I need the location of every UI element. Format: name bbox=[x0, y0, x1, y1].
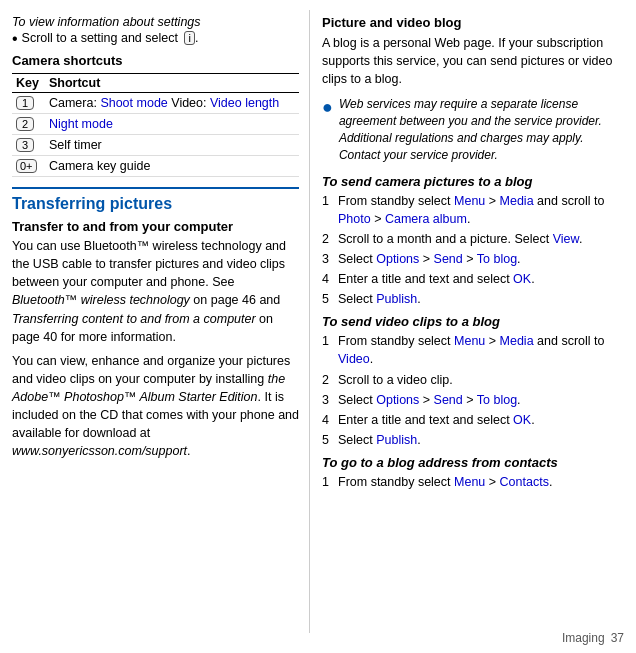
intro-italic: To view information about settings bbox=[12, 15, 299, 29]
blog-address-heading: To go to a blog address from contacts bbox=[322, 455, 624, 470]
table-row: 0+Camera key guide bbox=[12, 156, 299, 177]
transferring-heading: Transferring pictures bbox=[12, 187, 299, 213]
blog-address-steps: 1From standby select Menu > Contacts. bbox=[322, 473, 624, 491]
footer-page: 37 bbox=[611, 631, 624, 645]
send-video-steps: 1From standby select Menu > Media and sc… bbox=[322, 332, 624, 449]
footer-section: Imaging bbox=[562, 631, 605, 645]
key-cell: 3 bbox=[12, 135, 45, 156]
bullet-text: Scroll to a setting and select i. bbox=[22, 31, 199, 45]
send-video-heading: To send video clips to a blog bbox=[322, 314, 624, 329]
list-item: 1From standby select Menu > Media and sc… bbox=[322, 332, 624, 368]
table-row: 3Self timer bbox=[12, 135, 299, 156]
list-item: 5Select Publish. bbox=[322, 431, 624, 449]
note-box: ● Web services may require a separate li… bbox=[322, 96, 624, 163]
send-camera-heading: To send camera pictures to a blog bbox=[322, 174, 624, 189]
table-row: 1Camera: Shoot mode Video: Video length bbox=[12, 93, 299, 114]
shortcut-cell: Self timer bbox=[45, 135, 299, 156]
pvblog-heading: Picture and video blog bbox=[322, 15, 624, 30]
shortcut-cell: Camera key guide bbox=[45, 156, 299, 177]
key-cell: 0+ bbox=[12, 156, 45, 177]
list-item: 2Scroll to a month and a picture. Select… bbox=[322, 230, 624, 248]
list-item: 3Select Options > Send > To blog. bbox=[322, 391, 624, 409]
list-item: 4Enter a title and text and select OK. bbox=[322, 411, 624, 429]
page-footer: Imaging 37 bbox=[562, 631, 624, 645]
shortcut-cell: Night mode bbox=[45, 114, 299, 135]
table-row: 2Night mode bbox=[12, 114, 299, 135]
list-item: 4Enter a title and text and select OK. bbox=[322, 270, 624, 288]
key-cell: 2 bbox=[12, 114, 45, 135]
left-column: To view information about settings • Scr… bbox=[0, 10, 310, 633]
key-cell: 1 bbox=[12, 93, 45, 114]
bullet-item: • Scroll to a setting and select i. bbox=[12, 31, 299, 47]
list-item: 2Scroll to a video clip. bbox=[322, 371, 624, 389]
bullet-icon: • bbox=[12, 31, 18, 47]
note-text: Web services may require a separate lice… bbox=[339, 96, 624, 163]
note-icon: ● bbox=[322, 97, 333, 118]
transfer-sub-heading: Transfer to and from your computer bbox=[12, 219, 299, 234]
send-camera-steps: 1From standby select Menu > Media and sc… bbox=[322, 192, 624, 309]
list-item: 5Select Publish. bbox=[322, 290, 624, 308]
right-column: Picture and video blog A blog is a perso… bbox=[310, 10, 636, 633]
pvblog-body: A blog is a personal Web page. If your s… bbox=[322, 34, 624, 88]
col-shortcut-header: Shortcut bbox=[45, 74, 299, 93]
list-item: 3Select Options > Send > To blog. bbox=[322, 250, 624, 268]
transfer-body-1: You can use Bluetooth™ wireless technolo… bbox=[12, 237, 299, 346]
info-icon: i bbox=[184, 31, 194, 45]
camera-shortcuts-heading: Camera shortcuts bbox=[12, 53, 299, 68]
list-item: 1From standby select Menu > Media and sc… bbox=[322, 192, 624, 228]
list-item: 1From standby select Menu > Contacts. bbox=[322, 473, 624, 491]
shortcut-cell: Camera: Shoot mode Video: Video length bbox=[45, 93, 299, 114]
col-key-header: Key bbox=[12, 74, 45, 93]
shortcuts-table: Key Shortcut 1Camera: Shoot mode Video: … bbox=[12, 73, 299, 177]
table-header-row: Key Shortcut bbox=[12, 74, 299, 93]
transfer-body-2: You can view, enhance and organize your … bbox=[12, 352, 299, 461]
